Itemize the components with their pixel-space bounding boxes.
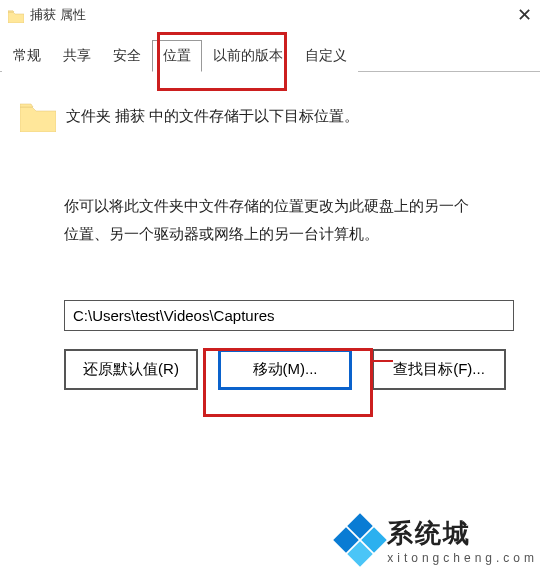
folder-icon bbox=[20, 102, 56, 132]
restore-defaults-button[interactable]: 还原默认值(R) bbox=[64, 349, 198, 390]
watermark-text: 系统城 bbox=[387, 516, 538, 551]
move-button[interactable]: 移动(M)... bbox=[218, 349, 352, 390]
folder-icon-small bbox=[8, 9, 24, 22]
watermark-logo-icon bbox=[335, 515, 385, 565]
tab-general[interactable]: 常规 bbox=[2, 40, 52, 72]
watermark: 系统城 xitongcheng.com bbox=[335, 515, 538, 565]
tab-customize[interactable]: 自定义 bbox=[294, 40, 358, 72]
tab-location[interactable]: 位置 bbox=[152, 40, 202, 72]
description-text-1: 文件夹 捕获 中的文件存储于以下目标位置。 bbox=[66, 104, 359, 128]
path-input[interactable] bbox=[64, 300, 514, 331]
close-icon[interactable]: ✕ bbox=[502, 4, 532, 26]
window-title: 捕获 属性 bbox=[30, 6, 502, 24]
tab-previous-versions[interactable]: 以前的版本 bbox=[202, 40, 294, 72]
tab-sharing[interactable]: 共享 bbox=[52, 40, 102, 72]
description-text-2: 你可以将此文件夹中文件存储的位置更改为此硬盘上的另一个位置、另一个驱动器或网络上… bbox=[64, 192, 478, 248]
tab-security[interactable]: 安全 bbox=[102, 40, 152, 72]
find-target-button[interactable]: 查找目标(F)... bbox=[372, 349, 506, 390]
watermark-subtext: xitongcheng.com bbox=[387, 551, 538, 565]
tab-strip: 常规 共享 安全 位置 以前的版本 自定义 bbox=[0, 36, 540, 72]
